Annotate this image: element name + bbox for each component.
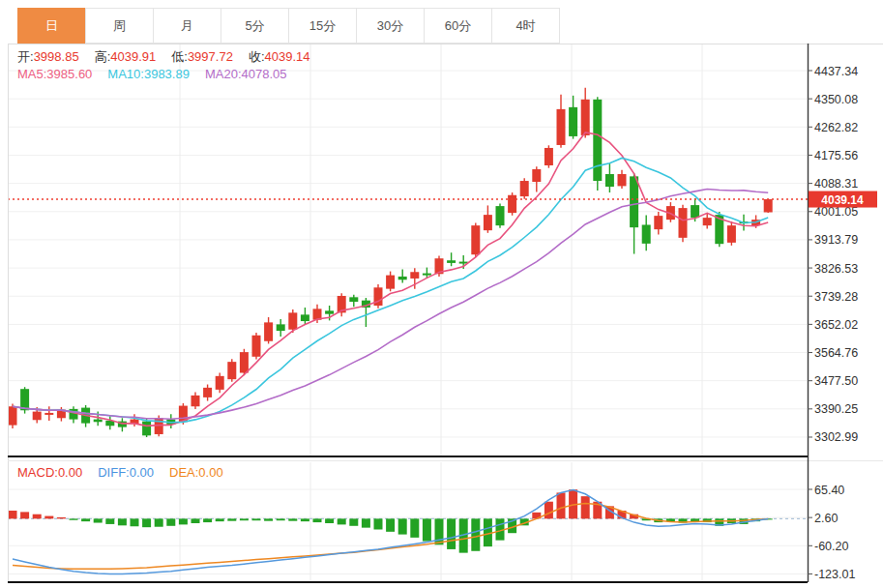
legend-value: 4039.14 <box>265 49 310 64</box>
legend-item: 开:3998.85 <box>17 49 79 64</box>
axis-tick-label: 4088.31 <box>814 177 858 191</box>
kline-chart-canvas[interactable]: 4437.344350.084262.824175.564088.314001.… <box>8 44 883 588</box>
tab-m5[interactable]: 5分 <box>221 8 289 44</box>
legend-value: 3997.72 <box>188 49 233 64</box>
axis-tick-label: 3302.99 <box>814 430 858 444</box>
legend-item: DIFF:0.00 <box>98 465 154 480</box>
legend-value: 3985.60 <box>46 67 92 81</box>
axis-tick-label: 4175.56 <box>814 149 858 162</box>
axis-tick-label: 3913.79 <box>814 233 858 247</box>
tab-h4[interactable]: 4时 <box>491 8 560 44</box>
macd-series <box>9 489 773 573</box>
legend-label: 开: <box>17 49 34 64</box>
legend-label: DEA: <box>169 465 198 480</box>
kline-app: 日周月5分15分30分60分4时 开:3998.85高:4039.91低:399… <box>0 0 883 588</box>
legend-item: MA10:3983.89 <box>107 67 190 81</box>
legend-value: 0.00 <box>198 465 222 480</box>
legend-label: MACD: <box>17 465 58 480</box>
legend-value: 3983.89 <box>144 67 190 81</box>
ohlc-legend: 开:3998.85高:4039.91低:3997.72收:4039.14 <box>17 48 326 66</box>
tab-m15[interactable]: 15分 <box>288 8 357 44</box>
chart-frame: 4437.344350.084262.824175.564088.314001.… <box>8 44 883 588</box>
diff-line <box>13 490 768 574</box>
legend-item: DEA:0.00 <box>169 465 223 480</box>
tab-m60[interactable]: 60分 <box>424 8 492 44</box>
ma-legend: MA5:3985.60MA10:3983.89MA20:4078.05 <box>17 67 303 81</box>
gridlines <box>8 44 808 582</box>
legend-value: 4039.91 <box>110 49 156 64</box>
legend-item: MA5:3985.60 <box>17 67 92 81</box>
legend-item: 低:3997.72 <box>171 49 233 64</box>
axis-tick-label: 3390.25 <box>814 402 858 416</box>
macd-legend: MACD:0.00DIFF:0.00DEA:0.00 <box>17 465 239 480</box>
legend-label: 高: <box>95 49 111 64</box>
axis-tick-label: 3564.76 <box>814 346 858 360</box>
legend-label: 收: <box>249 49 265 64</box>
legend-value: 0.00 <box>58 465 82 480</box>
candle-series <box>9 88 773 437</box>
axis-tick-label: 3826.53 <box>814 262 858 276</box>
legend-label: 低: <box>171 49 188 64</box>
axes <box>8 44 883 582</box>
legend-label: MA5: <box>17 67 46 81</box>
legend-label: MA10: <box>107 67 144 81</box>
last-price-tag: 4039.14 <box>809 191 877 208</box>
legend-label: MA20: <box>205 67 242 81</box>
legend-value: 4078.05 <box>242 67 287 81</box>
legend-label: DIFF: <box>98 465 130 480</box>
axis-tick-label: 65.40 <box>814 484 844 497</box>
legend-item: MA20:4078.05 <box>205 67 287 81</box>
legend-value: 0.00 <box>130 465 154 480</box>
axis-tick-label: 4350.08 <box>814 93 858 106</box>
axis-tick-label: -60.20 <box>814 540 848 553</box>
dea-line <box>13 504 768 570</box>
legend-item: 高:4039.91 <box>95 49 157 64</box>
legend-value: 3998.85 <box>34 49 79 64</box>
last-price-tag-text: 4039.14 <box>821 193 864 207</box>
axis-tick-label: -123.01 <box>814 568 855 581</box>
tab-m30[interactable]: 30分 <box>356 8 425 44</box>
tab-week[interactable]: 周 <box>85 8 154 44</box>
legend-item: MACD:0.00 <box>17 465 82 480</box>
legend-item: 收:4039.14 <box>249 49 310 64</box>
axis-tick-label: 4262.82 <box>814 121 858 134</box>
axis-tick-label: 3477.50 <box>814 374 858 388</box>
axis-tick-label: 4437.34 <box>814 65 858 78</box>
axis-tick-label: 3739.28 <box>814 290 858 304</box>
timeframe-tabs: 日周月5分15分30分60分4时 <box>17 8 560 44</box>
axis-tick-label: 3652.02 <box>814 318 858 332</box>
axis-tick-label: 2.60 <box>814 512 838 525</box>
tab-month[interactable]: 月 <box>153 8 221 44</box>
tab-day[interactable]: 日 <box>17 8 86 44</box>
